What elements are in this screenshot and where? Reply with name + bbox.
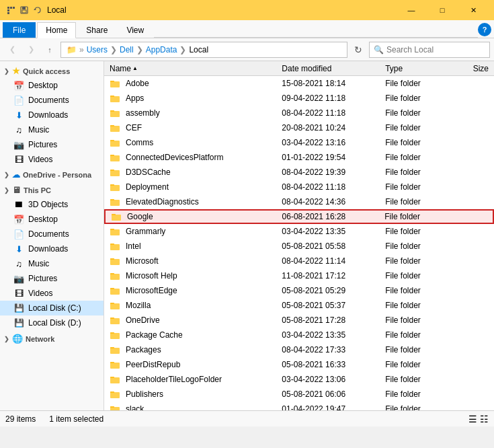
sidebar-onedrive-header[interactable]: ❯ ☁ OneDrive - Persona (0, 168, 104, 182)
sidebar-network-header[interactable]: ❯ 🌐 Network (0, 332, 104, 346)
table-row[interactable]: ElevatedDiagnostics 08-04-2022 14:36 Fil… (104, 194, 494, 209)
table-row[interactable]: Packages 08-04-2022 17:33 File folder (104, 342, 494, 357)
sidebar-item-desktop[interactable]: 📅 Desktop (0, 78, 104, 93)
tab-file[interactable]: File (3, 22, 36, 38)
table-row[interactable]: PeerDistRepub 05-08-2021 16:33 File fold… (104, 357, 494, 372)
table-row[interactable]: Apps 09-04-2022 11:18 File folder (104, 91, 494, 106)
forward-button[interactable]: ❯ (23, 42, 39, 58)
maximize-button[interactable]: □ (427, 0, 458, 20)
sidebar-item-downloads2[interactable]: ⬇ Downloads (0, 241, 104, 256)
sidebar-item-videos[interactable]: 🎞 Videos (0, 152, 104, 167)
file-name: Intel (126, 241, 141, 251)
folder-icon (110, 182, 120, 192)
file-name: Grammarly (126, 227, 165, 236)
table-row[interactable]: Deployment 08-04-2022 11:18 File folder (104, 180, 494, 194)
address-path[interactable]: 📁 » Users ❯ Dell ❯ AppData ❯ Local (60, 42, 347, 58)
table-row[interactable]: MicrosoftEdge 05-08-2021 05:29 File fold… (104, 283, 494, 298)
svg-rect-7 (22, 10, 26, 13)
sidebar-item-label: Pictures (28, 140, 57, 149)
search-input[interactable] (386, 45, 485, 54)
col-header-size[interactable]: Size (454, 64, 489, 73)
sidebar-item-documents[interactable]: 📄 Documents (0, 93, 104, 108)
drive-d-icon: 💾 (13, 318, 24, 328)
file-name: Microsoft Help (126, 271, 177, 281)
refresh-button[interactable]: ↻ (350, 42, 366, 58)
svg-rect-25 (110, 200, 120, 206)
sidebar-item-label: Documents (28, 229, 69, 239)
sidebar-item-desktop2[interactable]: 📅 Desktop (0, 212, 104, 227)
sidebar-item-videos2[interactable]: 🎞 Videos (0, 286, 104, 301)
table-row[interactable]: CEF 20-08-2021 10:24 File folder (104, 120, 494, 135)
up-button[interactable]: ↑ (42, 42, 58, 58)
table-row[interactable]: Grammarly 03-04-2022 13:35 File folder (104, 224, 494, 239)
cloud-icon: ☁ (12, 170, 20, 180)
table-row[interactable]: Comms 03-04-2022 13:16 File folder (104, 135, 494, 150)
sidebar-quick-access-header[interactable]: ❯ ★ Quick access (0, 64, 104, 78)
quick-access-back-icon[interactable] (5, 5, 16, 15)
sidebar-item-label: Downloads (28, 244, 68, 254)
col-header-date[interactable]: Date modified (282, 64, 385, 73)
quick-save-icon[interactable] (19, 5, 30, 15)
table-row[interactable]: PlaceholderTileLogoFolder 03-04-2022 13:… (104, 372, 494, 387)
sidebar-section-this-pc: ❯ 🖥 This PC ⯀ 3D Objects 📅 Desktop 📄 Doc… (0, 183, 104, 330)
table-row[interactable]: assembly 08-04-2022 11:18 File folder (104, 106, 494, 120)
undo-icon[interactable] (32, 5, 43, 15)
back-button[interactable]: ❮ (4, 42, 20, 58)
folder-icon (110, 122, 120, 133)
sidebar-item-pictures[interactable]: 📷 Pictures (0, 137, 104, 152)
sidebar: ❯ ★ Quick access 📅 Desktop 📄 Documents ⬇… (0, 61, 104, 410)
filelist-header: Name ▲ Date modified Type Size (104, 61, 494, 76)
tab-view[interactable]: View (118, 22, 153, 38)
sidebar-item-downloads[interactable]: ⬇ Downloads (0, 108, 104, 122)
grid-view-button[interactable]: ☷ (480, 414, 489, 424)
help-button[interactable]: ? (478, 23, 491, 36)
folder-icon (110, 359, 120, 370)
sidebar-item-music[interactable]: ♫ Music (0, 122, 104, 137)
col-header-name[interactable]: Name ▲ (110, 64, 282, 73)
table-row[interactable]: Publishers 05-08-2021 06:06 File folder (104, 387, 494, 402)
col-header-type[interactable]: Type (385, 64, 454, 73)
table-row[interactable]: OneDrive 05-08-2021 17:28 File folder (104, 313, 494, 328)
table-row[interactable]: ConnectedDevicesPlatform 01-01-2022 19:5… (104, 150, 494, 165)
folder-icon (110, 241, 120, 252)
table-row[interactable]: Microsoft 08-04-2022 11:14 File folder (104, 254, 494, 268)
file-name-cell: slack (110, 404, 282, 410)
svg-rect-19 (110, 155, 120, 161)
table-row[interactable]: slack 01-04-2022 19:47 File folder (104, 402, 494, 410)
file-name-cell: Package Cache (110, 330, 282, 340)
3d-icon: ⯀ (13, 199, 24, 210)
table-row[interactable]: Mozilla 05-08-2021 05:37 File folder (104, 298, 494, 313)
documents-icon: 📄 (13, 95, 24, 106)
svg-rect-9 (110, 81, 120, 87)
close-button[interactable]: ✕ (458, 0, 489, 20)
svg-rect-21 (110, 170, 120, 176)
file-name-cell: Intel (110, 241, 282, 252)
sidebar-item-local-c[interactable]: 💾 Local Disk (C:) (0, 301, 104, 315)
breadcrumb-dell[interactable]: Dell (120, 45, 134, 54)
search-box[interactable]: 🔍 (369, 42, 490, 58)
table-row[interactable]: Adobe 15-08-2021 18:14 File folder (104, 76, 494, 91)
file-type-cell: File folder (385, 301, 454, 310)
sidebar-this-pc-header[interactable]: ❯ 🖥 This PC (0, 183, 104, 197)
table-row[interactable]: Google 06-08-2021 16:28 File folder (104, 209, 494, 224)
music-icon: ♫ (13, 124, 24, 135)
sidebar-item-local-d[interactable]: 💾 Local Disk (D:) (0, 315, 104, 330)
table-row[interactable]: Package Cache 03-04-2022 13:35 File fold… (104, 328, 494, 342)
tab-home[interactable]: Home (37, 22, 76, 38)
list-view-button[interactable]: ☰ (468, 414, 477, 424)
table-row[interactable]: Intel 05-08-2021 05:58 File folder (104, 239, 494, 254)
sidebar-item-documents2[interactable]: 📄 Documents (0, 227, 104, 241)
file-type-cell: File folder (385, 138, 454, 147)
svg-rect-10 (110, 81, 114, 82)
breadcrumb-appdata[interactable]: AppData (146, 45, 177, 54)
breadcrumb-users[interactable]: Users (87, 45, 108, 54)
sidebar-item-music2[interactable]: ♫ Music (0, 256, 104, 271)
tab-share[interactable]: Share (77, 22, 116, 38)
breadcrumb-current: Local (189, 45, 208, 54)
svg-marker-8 (34, 9, 36, 10)
table-row[interactable]: D3DSCache 08-04-2022 19:39 File folder (104, 165, 494, 180)
table-row[interactable]: Microsoft Help 11-08-2021 17:12 File fol… (104, 268, 494, 283)
sidebar-item-pictures2[interactable]: 📷 Pictures (0, 271, 104, 286)
minimize-button[interactable]: — (396, 0, 427, 20)
sidebar-item-3d-objects[interactable]: ⯀ 3D Objects (0, 197, 104, 212)
